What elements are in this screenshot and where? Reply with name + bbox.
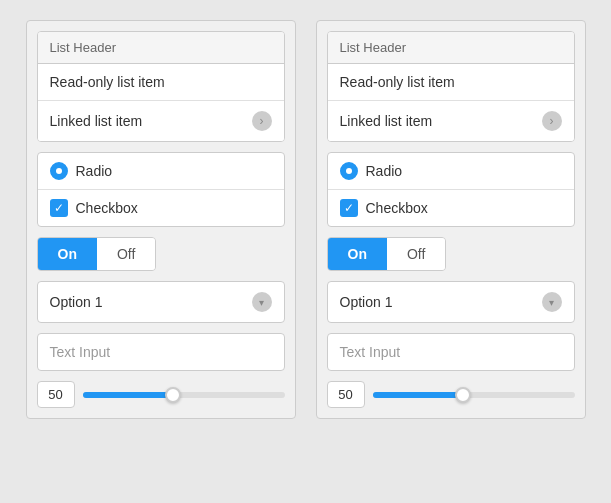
checkbox-row[interactable]: ✓Checkbox	[38, 190, 284, 226]
slider-track[interactable]	[83, 392, 285, 398]
slider-fill	[83, 392, 174, 398]
slider-fill	[373, 392, 464, 398]
radio-checkbox-group: Radio✓Checkbox	[327, 152, 575, 227]
linked-list-item-1[interactable]: Linked list item›	[328, 101, 574, 141]
radio-icon	[340, 162, 358, 180]
linked-list-item-label: Linked list item	[340, 113, 433, 129]
dropdown-value: Option 1	[50, 294, 103, 310]
radio-icon	[50, 162, 68, 180]
checkbox-icon: ✓	[340, 199, 358, 217]
slider-value: 50	[327, 381, 365, 408]
linked-list-item-label: Linked list item	[50, 113, 143, 129]
slider-value: 50	[37, 381, 75, 408]
chevron-right-icon: ›	[252, 111, 272, 131]
chevron-down-icon: ▾	[252, 292, 272, 312]
text-input[interactable]: Text Input	[37, 333, 285, 371]
dropdown-value: Option 1	[340, 294, 393, 310]
controls-1: Radio✓CheckboxOnOffOption 1▾Text Input50	[37, 152, 285, 408]
dropdown[interactable]: Option 1▾	[37, 281, 285, 323]
slider-thumb[interactable]	[455, 387, 471, 403]
slider-row: 50	[37, 381, 285, 408]
toggle-on-button[interactable]: On	[328, 238, 387, 270]
chevron-down-icon: ▾	[542, 292, 562, 312]
controls-2: Radio✓CheckboxOnOffOption 1▾Text Input50	[327, 152, 575, 408]
readonly-list-item-0: Read-only list item	[38, 64, 284, 101]
radio-checkbox-group: Radio✓Checkbox	[37, 152, 285, 227]
toggle-off-button[interactable]: Off	[97, 238, 155, 270]
checkbox-label: Checkbox	[366, 200, 428, 216]
checkbox-row[interactable]: ✓Checkbox	[328, 190, 574, 226]
slider-track[interactable]	[373, 392, 575, 398]
text-input[interactable]: Text Input	[327, 333, 575, 371]
toggle-group: OnOff	[327, 237, 447, 271]
panels-container: List HeaderRead-only list itemLinked lis…	[26, 20, 586, 419]
radio-row[interactable]: Radio	[38, 153, 284, 190]
list-header: List Header	[328, 32, 574, 64]
panel-2: List HeaderRead-only list itemLinked lis…	[316, 20, 586, 419]
linked-list-item-1[interactable]: Linked list item›	[38, 101, 284, 141]
slider-thumb[interactable]	[165, 387, 181, 403]
radio-label: Radio	[366, 163, 403, 179]
chevron-right-icon: ›	[542, 111, 562, 131]
toggle-on-button[interactable]: On	[38, 238, 97, 270]
dropdown[interactable]: Option 1▾	[327, 281, 575, 323]
toggle-group: OnOff	[37, 237, 157, 271]
toggle-off-button[interactable]: Off	[387, 238, 445, 270]
checkmark-icon: ✓	[344, 202, 354, 214]
radio-row[interactable]: Radio	[328, 153, 574, 190]
list-section-2: List HeaderRead-only list itemLinked lis…	[327, 31, 575, 142]
checkbox-icon: ✓	[50, 199, 68, 217]
list-header: List Header	[38, 32, 284, 64]
slider-row: 50	[327, 381, 575, 408]
radio-label: Radio	[76, 163, 113, 179]
panel-1: List HeaderRead-only list itemLinked lis…	[26, 20, 296, 419]
list-section-1: List HeaderRead-only list itemLinked lis…	[37, 31, 285, 142]
checkbox-label: Checkbox	[76, 200, 138, 216]
checkmark-icon: ✓	[54, 202, 64, 214]
readonly-list-item-0: Read-only list item	[328, 64, 574, 101]
